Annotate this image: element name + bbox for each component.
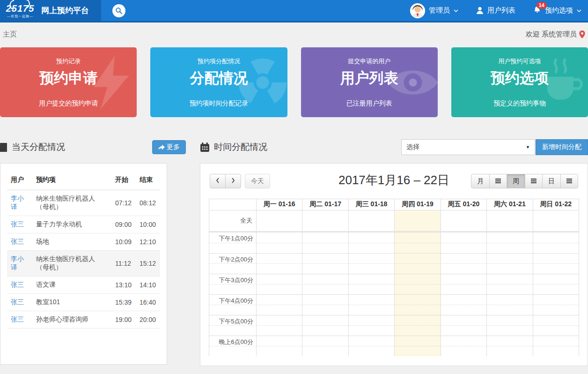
time-cell[interactable] bbox=[256, 315, 302, 336]
user-link[interactable]: 张三 bbox=[7, 216, 32, 233]
time-cell[interactable] bbox=[441, 336, 486, 356]
nav-options-menu[interactable]: 14 预约选项 bbox=[533, 6, 581, 15]
time-cell[interactable] bbox=[348, 315, 394, 336]
table-row[interactable]: 张三 教室101 15:39 16:40 bbox=[7, 294, 160, 311]
time-cell-today[interactable] bbox=[394, 295, 440, 315]
time-cell[interactable] bbox=[256, 254, 302, 274]
time-cell[interactable] bbox=[486, 295, 532, 315]
select-value: 选择 bbox=[406, 143, 419, 151]
breadcrumb[interactable]: 主页 bbox=[3, 30, 17, 39]
time-cell[interactable] bbox=[486, 232, 532, 253]
time-cell[interactable] bbox=[302, 315, 348, 336]
all-day-cell[interactable] bbox=[533, 210, 579, 231]
time-cell[interactable] bbox=[302, 274, 348, 294]
option-select[interactable]: 选择 ▼ bbox=[401, 139, 535, 155]
table-row[interactable]: 张三 孙老师心理咨询师 19:00 20:00 bbox=[7, 311, 160, 329]
admin-menu[interactable]: 管理员 bbox=[410, 3, 458, 18]
brand-logo[interactable]: 25175 —你我一起舞— 网上预约平台 bbox=[0, 0, 101, 21]
user-link[interactable]: 张三 bbox=[7, 233, 32, 251]
time-cell-today[interactable] bbox=[394, 274, 440, 294]
user-link[interactable]: 李小译 bbox=[7, 251, 32, 277]
time-cell[interactable] bbox=[533, 232, 579, 253]
time-cell[interactable] bbox=[302, 254, 348, 274]
table-row-highlighted[interactable]: 李小译 纳米生物医疗机器人（母机） 11:12 15:12 bbox=[7, 251, 160, 277]
time-cell[interactable] bbox=[256, 274, 302, 294]
time-cell[interactable] bbox=[302, 232, 348, 253]
user-link[interactable]: 李小译 bbox=[7, 190, 32, 216]
more-button[interactable]: 更多 bbox=[152, 140, 186, 154]
all-day-cell[interactable] bbox=[256, 210, 302, 231]
time-cell[interactable] bbox=[441, 295, 486, 315]
card-reservation-request[interactable]: 预约记录 预约申请 用户提交的预约申请 bbox=[0, 47, 137, 117]
time-cell-today[interactable] bbox=[394, 315, 440, 336]
calendar-next-button[interactable] bbox=[225, 174, 241, 188]
time-cell[interactable] bbox=[348, 254, 394, 274]
calendar-today-button[interactable]: 今天 bbox=[245, 174, 270, 188]
card-reservation-options[interactable]: 用户预约可选项 预约选项 预定义的预约事物 bbox=[451, 47, 588, 117]
time-cell[interactable] bbox=[486, 254, 532, 274]
card-allocation-status[interactable]: 预约项分配情况 分配情况 预约项时间分配记录 bbox=[150, 47, 287, 117]
today-allocation-panel: 用户 预约项 开始 结束 李小译 纳米生物医疗机器人（母机） 07:12 08:… bbox=[0, 163, 167, 365]
table-row[interactable]: 李小译 纳米生物医疗机器人（母机） 07:12 08:12 bbox=[7, 190, 160, 216]
all-day-cell-today[interactable] bbox=[394, 210, 440, 231]
all-day-cell[interactable] bbox=[486, 210, 532, 231]
time-cell[interactable] bbox=[348, 232, 394, 253]
view-month-list-button[interactable] bbox=[489, 174, 507, 188]
card-user-list[interactable]: 提交申请的用户 用户列表 已注册用户列表 bbox=[301, 47, 438, 117]
nav-user-list[interactable]: 用户列表 bbox=[476, 6, 515, 15]
table-row[interactable]: 张三 语文课 13:10 14:10 bbox=[7, 277, 160, 294]
time-cell[interactable] bbox=[441, 274, 486, 294]
view-day-list-button[interactable] bbox=[560, 174, 578, 188]
time-cell[interactable] bbox=[348, 274, 394, 294]
time-cell[interactable] bbox=[486, 274, 532, 294]
start-cell: 11:12 bbox=[111, 251, 136, 277]
time-cell[interactable] bbox=[533, 254, 579, 274]
time-cell[interactable] bbox=[533, 336, 579, 356]
time-cell[interactable] bbox=[256, 232, 302, 253]
time-cell[interactable] bbox=[302, 295, 348, 315]
calendar-icon bbox=[200, 142, 210, 152]
user-link[interactable]: 张三 bbox=[7, 294, 32, 311]
table-row[interactable]: 张三 量子力学永动机 09:00 10:00 bbox=[7, 216, 160, 233]
time-cell[interactable] bbox=[533, 295, 579, 315]
time-cell[interactable] bbox=[533, 315, 579, 336]
time-cell[interactable] bbox=[256, 295, 302, 315]
item-cell: 量子力学永动机 bbox=[32, 216, 111, 233]
time-cell[interactable] bbox=[486, 315, 532, 336]
time-cell[interactable] bbox=[441, 315, 486, 336]
time-cell-today[interactable] bbox=[394, 232, 440, 253]
time-cell[interactable] bbox=[441, 254, 486, 274]
item-cell: 语文课 bbox=[32, 277, 111, 294]
select-arrow-icon: ▼ bbox=[526, 145, 530, 150]
time-cell[interactable] bbox=[348, 295, 394, 315]
all-day-cell[interactable] bbox=[302, 210, 348, 231]
end-cell: 08:12 bbox=[136, 190, 160, 216]
time-axis-label: 晚上6点00分 bbox=[209, 336, 256, 356]
user-link[interactable]: 张三 bbox=[7, 311, 32, 329]
view-week-list-button[interactable] bbox=[525, 174, 543, 188]
add-time-allocation-button[interactable]: 新增时间分配 bbox=[536, 139, 588, 155]
search-button[interactable] bbox=[112, 4, 125, 17]
search-icon bbox=[115, 7, 123, 15]
time-cell[interactable] bbox=[302, 336, 348, 356]
time-cell-today[interactable] bbox=[394, 254, 440, 274]
time-cell[interactable] bbox=[533, 274, 579, 294]
view-day-button[interactable]: 日 bbox=[542, 174, 561, 188]
table-row[interactable]: 张三 场地 10:09 12:10 bbox=[7, 233, 160, 251]
day-header: 周三 01-18 bbox=[348, 199, 394, 210]
time-cell[interactable] bbox=[486, 336, 532, 356]
all-day-cell[interactable] bbox=[441, 210, 486, 231]
time-cell[interactable] bbox=[348, 336, 394, 356]
time-axis-label: 下午5点00分 bbox=[209, 315, 256, 336]
time-cell[interactable] bbox=[441, 232, 486, 253]
time-cell[interactable] bbox=[256, 336, 302, 356]
view-month-button[interactable]: 月 bbox=[471, 174, 490, 188]
start-cell: 10:09 bbox=[111, 233, 136, 251]
calendar-prev-button[interactable] bbox=[210, 174, 226, 188]
end-cell: 20:00 bbox=[136, 311, 160, 329]
all-day-cell[interactable] bbox=[348, 210, 394, 231]
view-week-button[interactable]: 周 bbox=[507, 174, 525, 188]
time-cell-today[interactable] bbox=[394, 336, 440, 356]
location-pin-icon[interactable] bbox=[579, 30, 585, 38]
user-link[interactable]: 张三 bbox=[7, 277, 32, 294]
